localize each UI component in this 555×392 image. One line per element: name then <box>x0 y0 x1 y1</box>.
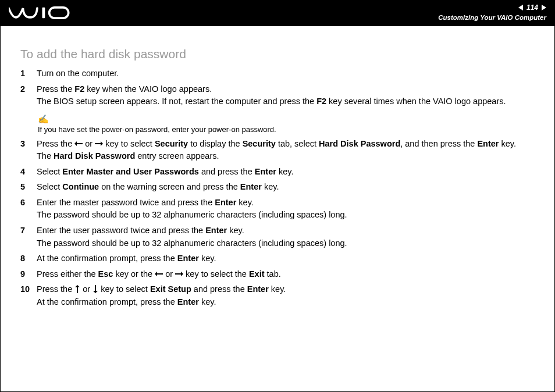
step-9: 9 Press either the Esc key or the or key… <box>20 269 537 281</box>
step-text: The Hard Disk Password entry screen appe… <box>37 151 537 162</box>
page-nav: 114 <box>438 3 546 13</box>
step-6: 6 Enter the master password twice and pr… <box>20 197 537 222</box>
step-8: 8 At the confirmation prompt, press the … <box>20 253 537 266</box>
step-text: Enter the user password twice and press … <box>37 225 537 237</box>
arrow-up-icon <box>74 285 80 293</box>
step-number: 10 <box>20 284 37 295</box>
step-text: The BIOS setup screen appears. If not, r… <box>37 96 537 108</box>
step-10: 10 Press the or key to select Exit Setup… <box>20 284 537 309</box>
step-text: At the confirmation prompt, press the En… <box>37 253 537 265</box>
section-title: Customizing Your VAIO Computer <box>438 13 546 22</box>
step-text: Turn on the computer. <box>37 68 537 80</box>
page-number: 114 <box>526 3 538 13</box>
step-number: 9 <box>20 269 37 280</box>
note-text: If you have set the power-on password, e… <box>38 125 276 134</box>
arrow-right-icon <box>175 271 183 277</box>
step-text: Select Continue on the warning screen an… <box>37 181 537 193</box>
step-text: The password should be up to 32 alphanum… <box>37 238 537 250</box>
step-number: 7 <box>20 225 37 237</box>
prev-page-icon[interactable] <box>518 5 523 10</box>
step-text: Press either the Esc key or the or key t… <box>37 269 537 280</box>
step-text: At the confirmation prompt, press the En… <box>37 297 537 308</box>
step-2: 2 Press the F2 key when the VAIO logo ap… <box>20 84 537 109</box>
svg-rect-1 <box>49 8 69 18</box>
step-text: Select Enter Master and User Passwords a… <box>37 166 537 178</box>
arrow-left-icon <box>74 141 83 147</box>
step-number: 1 <box>20 68 37 80</box>
page-title: To add the hard disk password <box>20 46 537 62</box>
page: 114 Customizing Your VAIO Computer To ad… <box>0 0 555 392</box>
step-text: Press the or key to select Exit Setup an… <box>37 284 537 295</box>
step-3: 3 Press the or key to select Security to… <box>20 138 537 163</box>
arrow-right-icon <box>95 141 103 147</box>
vaio-logo <box>9 4 73 22</box>
step-number: 6 <box>20 197 37 209</box>
step-number: 5 <box>20 181 37 193</box>
step-number: 8 <box>20 253 37 265</box>
step-text: Enter the master password twice and pres… <box>37 197 537 209</box>
content: To add the hard disk password 1 Turn on … <box>1 26 554 309</box>
step-text: Press the F2 key when the VAIO logo appe… <box>37 84 537 95</box>
step-4: 4 Select Enter Master and User Passwords… <box>20 166 537 179</box>
step-text: The password should be up to 32 alphanum… <box>37 209 537 221</box>
step-number: 2 <box>20 84 37 95</box>
step-1: 1 Turn on the computer. <box>20 68 537 81</box>
steps-list: 1 Turn on the computer. 2 Press the F2 k… <box>20 68 537 109</box>
step-7: 7 Enter the user password twice and pres… <box>20 225 537 250</box>
arrow-left-icon <box>155 271 163 277</box>
step-number: 4 <box>20 166 37 178</box>
header-right: 114 Customizing Your VAIO Computer <box>438 3 546 22</box>
header-bar: 114 Customizing Your VAIO Computer <box>1 1 554 26</box>
svg-rect-0 <box>42 8 45 18</box>
note: ✍ If you have set the power-on password,… <box>38 115 537 135</box>
step-number: 3 <box>20 138 37 150</box>
next-page-icon[interactable] <box>542 5 546 10</box>
step-5: 5 Select Continue on the warning screen … <box>20 181 537 194</box>
steps-list-cont: 3 Press the or key to select Security to… <box>20 138 537 309</box>
note-icon: ✍ <box>38 115 537 123</box>
arrow-down-icon <box>92 285 98 293</box>
step-text: Press the or key to select Security to d… <box>37 138 537 150</box>
